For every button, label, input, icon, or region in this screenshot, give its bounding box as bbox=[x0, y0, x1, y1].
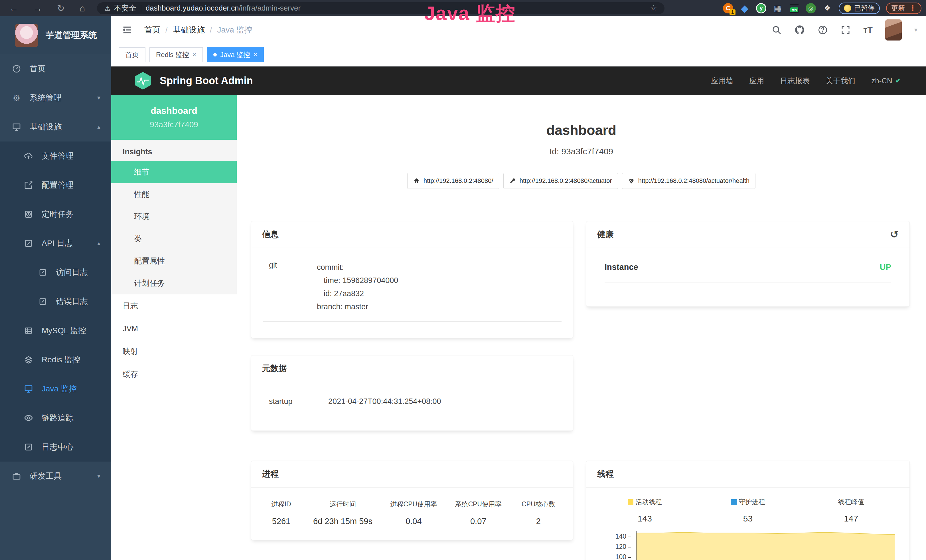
extension-camera-icon[interactable]: ◎ bbox=[806, 3, 816, 14]
extension-y-icon[interactable]: y bbox=[756, 3, 766, 14]
sidebar-item-redis[interactable]: Redis 监控 bbox=[0, 345, 111, 374]
fullscreen-icon[interactable] bbox=[840, 25, 851, 35]
chevron-down-icon: ▾ bbox=[97, 94, 100, 101]
chevron-up-icon: ▴ bbox=[97, 123, 100, 131]
address-bar[interactable]: ⚠ 不安全 dashboard.yudao.iocoder.cn /infra/… bbox=[97, 2, 664, 14]
close-icon[interactable]: × bbox=[254, 51, 257, 59]
sidebar-item-label: Redis 监控 bbox=[42, 354, 80, 365]
sba-menu-logs[interactable]: 日志 bbox=[111, 294, 237, 317]
sba-menu-metrics[interactable]: 性能 bbox=[111, 183, 237, 206]
extension-switch-icon[interactable]: on bbox=[789, 3, 799, 14]
hamburger-icon[interactable] bbox=[121, 24, 133, 36]
tag-java-monitor[interactable]: Java 监控 × bbox=[207, 47, 264, 62]
tag-home[interactable]: 首页 bbox=[119, 47, 145, 62]
browser-home-icon[interactable]: ⌂ bbox=[80, 4, 85, 13]
extension-badge: 1 bbox=[729, 9, 735, 15]
sidebar-item-label: 基础设施 bbox=[30, 121, 62, 132]
sidebar-item-file[interactable]: 文件管理 bbox=[0, 141, 111, 171]
extension-grid-icon[interactable]: ▦ bbox=[773, 3, 783, 14]
sidebar-item-access-log[interactable]: 访问日志 bbox=[0, 258, 111, 287]
bookmark-star-icon[interactable]: ☆ bbox=[650, 3, 657, 13]
sba-menu-details[interactable]: 细节 bbox=[111, 161, 237, 183]
sidebar-item-infra[interactable]: 基础设施 ▴ bbox=[0, 112, 111, 141]
sidebar-item-label: 定时任务 bbox=[42, 209, 74, 219]
sba-menu-mappings[interactable]: 映射 bbox=[111, 340, 237, 363]
sba-menu-jvm[interactable]: JVM bbox=[111, 317, 237, 340]
sba-menu-environment[interactable]: 环境 bbox=[111, 206, 237, 228]
health-card: 健康 ↺ Instance UP bbox=[586, 221, 910, 307]
info-value: commit: time: 1596289704000 id: 27aa832 … bbox=[317, 261, 561, 321]
instance-header[interactable]: dashboard 93a3fc7f7409 bbox=[111, 95, 237, 140]
search-icon[interactable] bbox=[772, 25, 782, 35]
log-edit-icon bbox=[23, 238, 34, 248]
github-icon[interactable] bbox=[794, 24, 805, 35]
threads-card: 线程 活动线程 143 守护进程 53 bbox=[586, 461, 910, 560]
close-icon[interactable]: × bbox=[192, 51, 196, 59]
breadcrumb-infra[interactable]: 基础设施 bbox=[173, 24, 205, 35]
sidebar-item-java-monitor[interactable]: Java 监控 bbox=[0, 374, 111, 403]
user-avatar[interactable] bbox=[885, 20, 902, 41]
health-row[interactable]: Instance UP bbox=[605, 262, 891, 282]
sidebar-item-job[interactable]: 定时任务 bbox=[0, 200, 111, 229]
service-url-button[interactable]: http://192.168.0.2:48080/ bbox=[407, 173, 499, 189]
chevron-down-icon: ▾ bbox=[97, 472, 100, 480]
process-card-title: 进程 bbox=[262, 468, 278, 480]
legend-value: 147 bbox=[844, 514, 858, 524]
avatar-caret-icon[interactable]: ▾ bbox=[914, 26, 917, 34]
tag-redis-monitor[interactable]: Redis 监控 × bbox=[150, 47, 203, 62]
extension-colorzilla-icon[interactable]: C 1 bbox=[723, 3, 733, 14]
heartbeat-icon bbox=[628, 177, 635, 184]
help-icon[interactable] bbox=[818, 25, 828, 35]
log-edit-icon bbox=[38, 297, 48, 307]
cloud-upload-icon bbox=[23, 151, 34, 161]
actuator-url-button[interactable]: http://192.168.0.2:48080/actuator bbox=[503, 173, 618, 189]
sba-menu-caches[interactable]: 缓存 bbox=[111, 363, 237, 386]
history-icon[interactable]: ↺ bbox=[890, 229, 899, 240]
sba-nav-applications[interactable]: 应用 bbox=[749, 76, 764, 86]
process-col-value: 2 bbox=[536, 517, 541, 526]
y-tick: 120 bbox=[616, 543, 626, 550]
legend-label: 守护进程 bbox=[739, 498, 765, 506]
health-card-title: 健康 bbox=[597, 229, 614, 240]
sba-nav-journal[interactable]: 日志报表 bbox=[780, 76, 809, 86]
sba-brand[interactable]: Spring Boot Admin bbox=[111, 71, 253, 91]
app-header: 首页 / 基础设施 / Java 监控 тT ▾ bbox=[111, 16, 926, 43]
sidebar-item-mysql[interactable]: MySQL 监控 bbox=[0, 316, 111, 345]
sidebar-item-label: 访问日志 bbox=[56, 267, 88, 278]
sidebar-item-home[interactable]: 首页 bbox=[0, 54, 111, 83]
chrome-update-button[interactable]: 更新 ⋮ bbox=[886, 3, 921, 14]
sidebar-item-devtools[interactable]: 研发工具 ▾ bbox=[0, 462, 111, 491]
page-id: Id: 93a3fc7f7409 bbox=[237, 147, 926, 156]
health-instance-label: Instance bbox=[605, 262, 638, 272]
sba-nav-wallboard[interactable]: 应用墙 bbox=[711, 76, 733, 86]
sba-language-select[interactable]: zh-CN ✔︎ bbox=[871, 76, 901, 85]
monitor-icon bbox=[23, 384, 34, 394]
sba-menu-scheduled-tasks[interactable]: 计划任务 bbox=[111, 272, 237, 294]
sidebar-item-trace[interactable]: 链路追踪 bbox=[0, 403, 111, 433]
chevron-up-icon: ▴ bbox=[97, 240, 100, 247]
browser-menu-icon[interactable]: ⋮ bbox=[909, 4, 916, 12]
reload-icon[interactable]: ↻ bbox=[57, 4, 65, 13]
health-url-button[interactable]: http://192.168.0.2:48080/actuator/health bbox=[622, 173, 755, 189]
sidebar-item-error-log[interactable]: 错误日志 bbox=[0, 287, 111, 316]
extension-gem-icon[interactable]: ◆ bbox=[740, 3, 750, 14]
app-logo-area[interactable]: 芋道管理系统 bbox=[0, 16, 111, 54]
forward-icon[interactable]: → bbox=[33, 4, 42, 13]
sba-menu-config-props[interactable]: 配置属性 bbox=[111, 250, 237, 272]
font-size-icon[interactable]: тT bbox=[863, 25, 873, 35]
sidebar-item-log-center[interactable]: 日志中心 bbox=[0, 433, 111, 462]
extensions-puzzle-icon[interactable]: ❖ bbox=[822, 3, 832, 14]
metadata-key: startup bbox=[263, 397, 328, 416]
instance-id: 93a3fc7f7409 bbox=[150, 120, 198, 129]
info-key: git bbox=[263, 261, 317, 321]
sidebar-item-config[interactable]: 配置管理 bbox=[0, 171, 111, 200]
sba-menu-classes[interactable]: 类 bbox=[111, 228, 237, 250]
sidebar-item-api-log[interactable]: API 日志 ▴ bbox=[0, 229, 111, 258]
breadcrumb-home[interactable]: 首页 bbox=[144, 24, 160, 35]
profile-paused-badge[interactable]: 已暂停 bbox=[839, 3, 880, 14]
back-icon[interactable]: ← bbox=[9, 4, 18, 13]
sba-nav-about[interactable]: 关于我们 bbox=[826, 76, 855, 86]
gear-icon: ⚙ bbox=[11, 93, 22, 103]
sidebar-item-label: 文件管理 bbox=[42, 151, 74, 162]
sidebar-item-system[interactable]: ⚙ 系统管理 ▾ bbox=[0, 83, 111, 112]
